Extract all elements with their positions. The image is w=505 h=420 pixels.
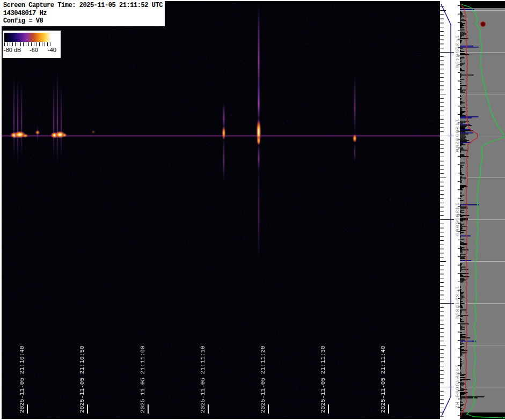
- freq-axis-label: 143050200: [454, 119, 460, 152]
- colorbar-label-mid: -60: [30, 47, 38, 53]
- spectrogram-canvas[interactable]: [2, 1, 440, 419]
- time-axis-label: 2025-11-05 21:11:10: [200, 346, 206, 413]
- colorbar-ruler-ticks: [4, 42, 53, 46]
- capture-frequency-text: 143048017 Hz: [3, 10, 163, 18]
- time-axis-tick: [328, 404, 329, 414]
- time-axis-tick: [148, 404, 149, 414]
- colorbar-labels: -80 dB -60 -40: [3, 46, 61, 54]
- time-axis-tick: [87, 404, 88, 414]
- time-axis-tick: [27, 404, 28, 414]
- colorbar-label-min: -80 dB: [4, 47, 21, 53]
- freq-axis-label: 143050400: [454, 35, 460, 69]
- freq-axis-label: 143049800: [454, 286, 460, 320]
- freq-axis-label: 143050000: [454, 202, 460, 236]
- time-axis-label: 2025-11-05 21:11:00: [140, 346, 146, 413]
- capture-time-text: Screen Capture Time: 2025-11-05 21:11:52…: [3, 2, 163, 10]
- screen-capture: Screen Capture Time: 2025-11-05 21:11:52…: [0, 0, 505, 420]
- capture-config-text: Config = V8: [3, 17, 163, 25]
- colorbar-label-max: -40: [48, 47, 56, 53]
- capture-info-box: Screen Capture Time: 2025-11-05 21:11:52…: [2, 1, 165, 27]
- time-axis-label: 2025-11-05 21:10:50: [79, 346, 85, 413]
- freq-axis-label: 143049600 Hz: [454, 364, 460, 409]
- time-axis-label: 2025-11-05 21:11:30: [320, 346, 326, 413]
- time-axis-tick: [208, 404, 209, 414]
- time-axis-label: 2025-11-05 21:10:40: [19, 346, 25, 413]
- colorbar-gradient: [4, 33, 53, 42]
- colorbar-legend: -80 dB -60 -40: [3, 31, 61, 58]
- time-axis-tick: [268, 404, 269, 414]
- spectrum-panel-canvas[interactable]: [460, 1, 505, 419]
- time-axis-label: 2025-11-05 21:11:20: [260, 346, 266, 413]
- time-axis-tick: [388, 404, 389, 414]
- time-axis-label: 2025-11-05 21:11:40: [380, 346, 386, 413]
